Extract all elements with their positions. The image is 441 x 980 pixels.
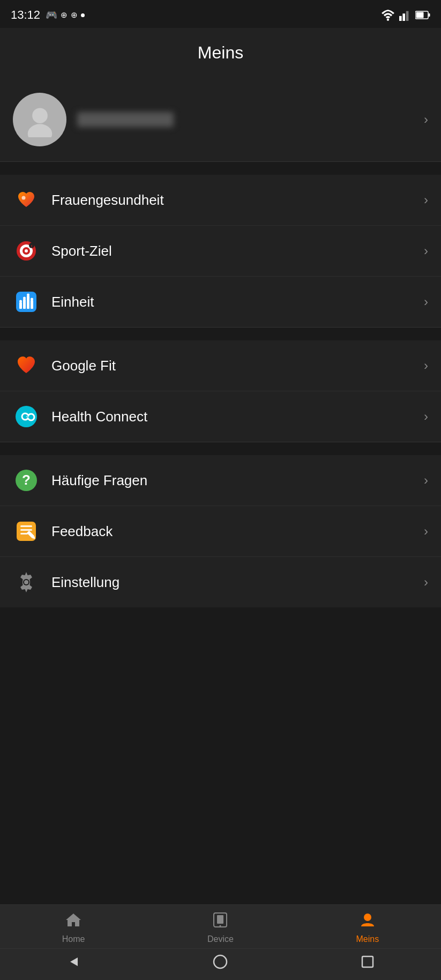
menu-label-frauengesundheit: Frauengesundheit [51,192,418,209]
icon-haeufige-fragen: ? [13,467,40,494]
game-icon-1: 🎮 [46,9,57,21]
svg-rect-43 [362,956,373,967]
icon-einstellung [13,569,40,596]
signal-icon [399,9,411,21]
avatar [13,93,66,146]
chevron-sport-ziel: › [424,243,428,258]
svg-point-22 [23,297,26,300]
svg-point-13 [25,249,28,253]
svg-rect-16 [16,292,36,312]
svg-rect-2 [402,13,405,21]
nav-tab-meins[interactable]: Meins [294,911,441,944]
chevron-haeufige-fragen: › [424,473,428,488]
icon-feedback [13,518,40,545]
svg-rect-38 [217,915,223,924]
nav-tab-home[interactable]: Home [0,911,147,944]
chevron-google-fit: › [424,358,428,373]
section-gap-2 [0,328,441,340]
bottom-nav: Home Device Meins [0,904,441,980]
svg-rect-19 [27,296,29,309]
svg-rect-6 [416,12,424,18]
device-icon [212,911,229,932]
menu-item-einstellung[interactable]: Einstellung › [0,557,441,607]
chevron-feedback: › [424,524,428,539]
menu-item-haeufige-fragen[interactable]: ? Häufige Fragen › [0,455,441,506]
menu-item-sport-ziel[interactable]: ! Sport-Ziel › [0,226,441,277]
profile-name-blurred [77,112,174,127]
chevron-einstellung: › [424,575,428,590]
status-dot [81,13,85,17]
home-icon [65,911,82,932]
nav-label-home: Home [62,934,85,944]
meins-icon [359,911,376,932]
home-button[interactable] [213,954,228,972]
menu-label-feedback: Feedback [51,523,418,540]
menu-label-sport-ziel: Sport-Ziel [51,243,418,259]
svg-rect-5 [429,13,430,17]
svg-marker-41 [70,957,78,966]
wifi-icon [381,9,395,21]
profile-info [77,112,418,127]
svg-rect-18 [23,299,26,309]
chevron-einheit: › [424,294,428,309]
svg-text:?: ? [22,472,31,488]
icon-frauengesundheit [13,187,40,213]
menu-group-1: Frauengesundheit › ! Sport-Ziel › [0,175,441,327]
svg-rect-1 [399,16,402,21]
svg-rect-31 [20,533,28,534]
svg-point-0 [387,19,389,21]
svg-point-39 [220,925,221,927]
header: Meins [0,28,441,78]
profile-row[interactable]: › [0,78,441,161]
nav-label-meins: Meins [356,934,379,944]
back-button[interactable] [66,954,81,972]
menu-item-einheit[interactable]: Einheit › [0,277,441,327]
svg-point-23 [27,294,29,296]
recent-button[interactable] [360,954,375,972]
menu-label-einheit: Einheit [51,294,418,310]
svg-rect-17 [19,302,22,309]
svg-point-40 [364,914,371,921]
menu-item-feedback[interactable]: Feedback › [0,506,441,557]
icon-sport-ziel: ! [13,237,40,264]
menu-item-google-fit[interactable]: Google Fit › [0,340,441,391]
section-gap-1 [0,162,441,175]
game-icon-3: ⊕ [71,10,78,20]
svg-point-7 [32,108,48,123]
menu-label-health-connect: Health Connect [51,409,418,425]
svg-rect-3 [406,11,409,21]
svg-rect-30 [20,529,32,531]
svg-point-42 [214,955,227,968]
svg-rect-20 [31,300,33,309]
menu-group-2: Google Fit › Health Connect › [0,340,441,442]
status-bar: 13:12 🎮 ⊕ ⊕ [0,0,441,28]
svg-rect-29 [20,525,32,527]
svg-point-36 [24,580,28,584]
menu-label-einstellung: Einstellung [51,574,418,591]
nav-label-device: Device [207,934,234,944]
nav-tab-device[interactable]: Device [147,911,294,944]
battery-icon [415,11,430,19]
section-gap-3 [0,442,441,455]
chevron-health-connect: › [424,409,428,424]
svg-text:!: ! [31,244,33,249]
icon-google-fit [13,352,40,379]
menu-label-google-fit: Google Fit [51,358,418,374]
system-nav-buttons [0,948,441,980]
status-time: 13:12 [11,8,40,22]
menu-item-health-connect[interactable]: Health Connect › [0,391,441,442]
menu-item-frauengesundheit[interactable]: Frauengesundheit › [0,175,441,226]
game-icon-2: ⊕ [61,10,68,20]
menu-group-3: ? Häufige Fragen › [0,455,441,607]
icon-einheit [13,288,40,315]
svg-point-24 [31,298,33,301]
menu-label-haeufige-fragen: Häufige Fragen [51,472,418,489]
svg-point-21 [19,300,22,303]
chevron-frauengesundheit: › [424,192,428,207]
status-right-icons [381,9,430,21]
page-title: Meins [198,43,243,62]
svg-point-8 [27,124,52,137]
profile-chevron: › [424,112,428,127]
svg-point-9 [22,196,26,200]
icon-health-connect [13,403,40,430]
